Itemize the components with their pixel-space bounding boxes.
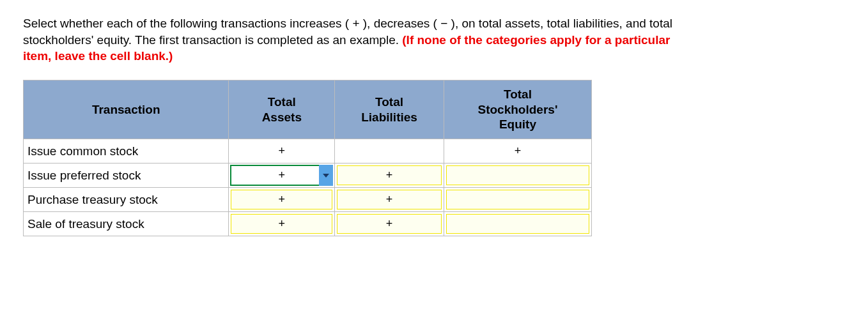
transaction-label: Sale of treasury stock xyxy=(24,212,229,236)
active-dropdown[interactable]: + xyxy=(230,165,333,186)
value-cell: + xyxy=(444,139,591,164)
svg-marker-0 xyxy=(323,174,329,178)
editable-dropdown[interactable]: + xyxy=(337,214,442,234)
chevron-down-icon[interactable] xyxy=(319,165,333,186)
transaction-label: Issue common stock xyxy=(24,139,229,164)
table-row: Sale of treasury stock++ xyxy=(24,212,592,236)
value-cell[interactable] xyxy=(444,188,591,212)
header-assets: TotalAssets xyxy=(229,80,335,139)
transaction-label: Issue preferred stock xyxy=(24,164,229,188)
editable-dropdown[interactable]: + xyxy=(231,214,332,234)
value-cell[interactable] xyxy=(444,164,591,188)
editable-dropdown[interactable]: + xyxy=(337,190,442,209)
header-equity: TotalStockholders'Equity xyxy=(444,80,591,139)
value-cell[interactable]: + xyxy=(335,164,444,188)
value-cell[interactable] xyxy=(444,212,591,236)
value-cell[interactable]: + xyxy=(229,188,335,212)
table-row: Issue common stock++ xyxy=(24,139,592,164)
editable-dropdown[interactable] xyxy=(446,214,589,234)
value-cell: + xyxy=(229,139,335,164)
value-cell[interactable]: + xyxy=(229,164,335,188)
value-cell[interactable]: + xyxy=(335,188,444,212)
header-transaction: Transaction xyxy=(24,80,229,139)
value-cell[interactable]: + xyxy=(335,212,444,236)
table-row: Issue preferred stock++ xyxy=(24,164,592,188)
editable-dropdown[interactable]: + xyxy=(337,165,442,185)
editable-dropdown[interactable]: + xyxy=(231,190,332,209)
value-cell[interactable]: + xyxy=(229,212,335,236)
value-cell xyxy=(335,139,444,164)
transaction-label: Purchase treasury stock xyxy=(24,188,229,212)
table-row: Purchase treasury stock++ xyxy=(24,188,592,212)
editable-dropdown[interactable] xyxy=(446,190,589,209)
instructions-text: Select whether each of the following tra… xyxy=(23,15,694,65)
transactions-table: Transaction TotalAssets TotalLiabilities… xyxy=(23,80,592,236)
header-liabilities: TotalLiabilities xyxy=(335,80,444,139)
editable-dropdown[interactable] xyxy=(446,165,589,185)
